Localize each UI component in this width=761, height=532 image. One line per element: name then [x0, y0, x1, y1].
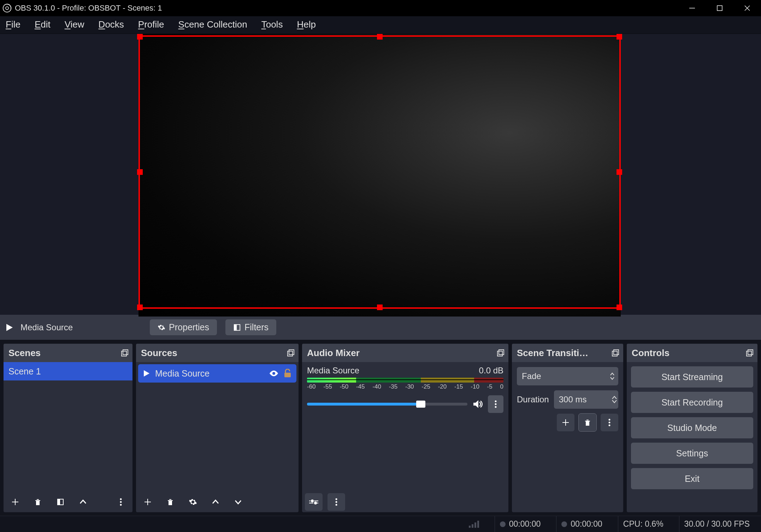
level-meter: [307, 378, 503, 383]
play-icon[interactable]: [6, 323, 13, 332]
menu-edit[interactable]: Edit: [33, 18, 53, 31]
menu-help[interactable]: Help: [295, 18, 318, 31]
popout-icon[interactable]: [611, 349, 620, 357]
duration-spinner[interactable]: 300 ms: [554, 390, 618, 409]
menu-file[interactable]: File: [4, 18, 23, 31]
preview-canvas[interactable]: [138, 34, 621, 317]
popout-icon[interactable]: [287, 349, 295, 357]
selection-outline[interactable]: [138, 35, 621, 309]
svg-rect-15: [288, 351, 293, 356]
svg-point-30: [609, 425, 610, 426]
move-source-down-button[interactable]: [229, 493, 247, 511]
studio-mode-button[interactable]: Studio Mode: [631, 417, 753, 438]
remove-source-button[interactable]: [161, 493, 179, 511]
scene-item-label: Scene 1: [8, 366, 41, 377]
minimize-button[interactable]: [678, 0, 706, 16]
add-source-button[interactable]: [139, 493, 157, 511]
duration-label: Duration: [517, 395, 549, 404]
transition-menu-button[interactable]: [601, 414, 618, 431]
resize-handle-bl[interactable]: [137, 305, 143, 310]
popout-icon[interactable]: [745, 349, 754, 357]
resize-handle-bm[interactable]: [377, 305, 383, 310]
popout-icon[interactable]: [496, 349, 505, 357]
start-streaming-button[interactable]: Start Streaming: [631, 366, 753, 388]
scenes-panel: Scenes Scene 1: [4, 344, 132, 512]
volume-slider[interactable]: [307, 403, 467, 406]
source-item-label: Media Source: [155, 368, 210, 379]
svg-rect-31: [747, 351, 751, 356]
audio-mixer-panel: Audio Mixer Media Source 0.0 dB -60-55-5…: [302, 344, 508, 512]
menu-tools[interactable]: Tools: [259, 18, 285, 31]
scene-filters-button[interactable]: [52, 493, 69, 511]
svg-point-25: [336, 504, 337, 506]
close-button[interactable]: [733, 0, 761, 16]
lock-icon[interactable]: [284, 369, 291, 378]
maximize-button[interactable]: [706, 0, 733, 16]
resize-handle-mr[interactable]: [617, 169, 622, 175]
svg-rect-26: [612, 351, 617, 356]
source-toolbar: Media Source Properties Filters: [0, 315, 761, 340]
speaker-icon[interactable]: [472, 399, 483, 409]
remove-transition-button[interactable]: [579, 414, 596, 431]
scene-item[interactable]: Scene 1: [4, 362, 132, 380]
svg-rect-11: [58, 499, 60, 505]
add-scene-button[interactable]: [6, 493, 24, 511]
exit-button[interactable]: Exit: [631, 468, 753, 489]
resize-handle-tm[interactable]: [377, 34, 383, 40]
add-transition-button[interactable]: [557, 414, 574, 431]
move-scene-up-button[interactable]: [74, 493, 92, 511]
mixer-advanced-button[interactable]: [305, 493, 323, 511]
menu-profile[interactable]: Profile: [136, 18, 166, 31]
svg-point-13: [120, 501, 122, 503]
audio-track: Media Source 0.0 dB -60-55-50-45-40-35-3…: [302, 362, 508, 413]
svg-rect-32: [748, 350, 753, 355]
mixer-title: Audio Mixer: [307, 348, 360, 359]
resize-handle-tl[interactable]: [137, 34, 143, 40]
cpu-usage: CPU: 0.6%: [623, 519, 663, 529]
menu-docks[interactable]: Docks: [96, 18, 126, 31]
track-level: 0.0 dB: [479, 366, 503, 376]
settings-button[interactable]: Settings: [631, 443, 753, 464]
svg-rect-16: [289, 350, 294, 355]
svg-point-1: [6, 7, 8, 10]
remove-scene-button[interactable]: [29, 493, 47, 511]
preview-area[interactable]: [0, 34, 761, 315]
sources-title: Sources: [141, 348, 177, 359]
transition-select[interactable]: Fade: [517, 367, 618, 385]
menu-scene-collection[interactable]: Scene Collection: [176, 18, 249, 31]
popout-icon[interactable]: [120, 349, 129, 357]
track-menu-button[interactable]: [488, 395, 503, 413]
svg-point-12: [120, 498, 122, 500]
source-properties-button[interactable]: [184, 493, 202, 511]
scenes-title: Scenes: [8, 348, 41, 359]
resize-handle-ml[interactable]: [137, 169, 143, 175]
resize-handle-br[interactable]: [617, 305, 622, 310]
resize-handle-tr[interactable]: [617, 34, 622, 40]
selected-source-name: Media Source: [20, 323, 73, 332]
svg-rect-9: [123, 350, 128, 355]
svg-rect-17: [284, 373, 291, 377]
window-title: OBS 30.1.0 - Profile: OBSBOT - Scenes: 1: [15, 4, 678, 13]
filters-button[interactable]: Filters: [225, 319, 276, 335]
fps-readout: 30.00 / 30.00 FPS: [684, 519, 750, 529]
svg-point-14: [120, 504, 122, 506]
mixer-menu-button[interactable]: [328, 493, 345, 511]
obs-logo-icon: [2, 3, 12, 13]
visibility-eye-icon[interactable]: [269, 370, 279, 377]
transition-select-value: Fade: [522, 371, 610, 381]
svg-rect-27: [614, 350, 619, 355]
svg-rect-19: [499, 350, 504, 355]
media-play-icon: [143, 370, 150, 377]
move-source-up-button[interactable]: [207, 493, 224, 511]
controls-panel: Controls Start Streaming Start Recording…: [627, 344, 757, 512]
svg-point-20: [495, 401, 497, 402]
source-item[interactable]: Media Source: [138, 364, 296, 383]
scene-menu-button[interactable]: [112, 493, 130, 511]
start-recording-button[interactable]: Start Recording: [631, 392, 753, 413]
menu-view[interactable]: View: [63, 18, 87, 31]
spinner-arrows-icon[interactable]: [612, 396, 617, 403]
svg-point-21: [495, 403, 497, 405]
svg-rect-18: [497, 351, 502, 356]
properties-button[interactable]: Properties: [150, 319, 217, 335]
stream-time: 00:00:00: [509, 519, 541, 529]
